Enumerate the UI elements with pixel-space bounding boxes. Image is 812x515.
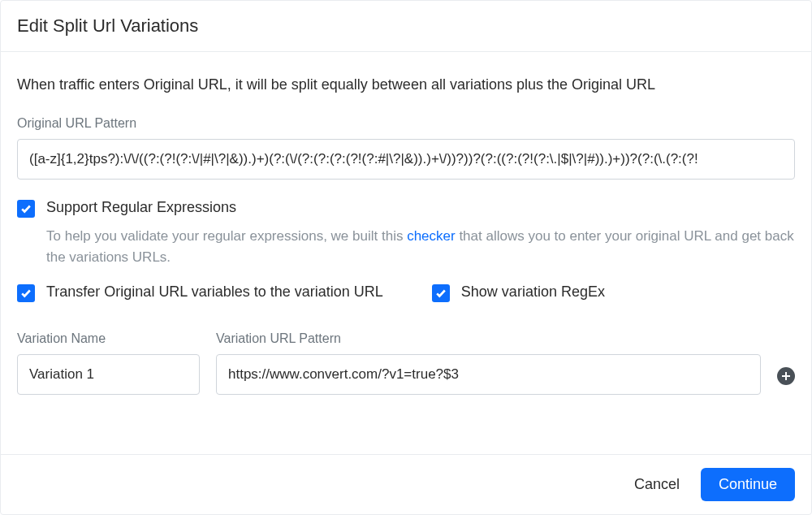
modal-body: When traffic enters Original URL, it wil… xyxy=(1,52,811,454)
transfer-checkbox[interactable] xyxy=(17,284,35,302)
regex-help-text: To help you validate your regular expres… xyxy=(46,226,795,267)
modal-footer: Cancel Continue xyxy=(1,454,811,514)
original-url-group: Original URL Pattern xyxy=(17,116,795,180)
regex-checker-link[interactable]: checker xyxy=(407,228,456,244)
check-icon xyxy=(435,288,447,299)
svg-rect-1 xyxy=(782,375,790,377)
edit-split-url-modal: Edit Split Url Variations When traffic e… xyxy=(0,0,812,515)
plus-icon xyxy=(781,371,791,381)
modal-header: Edit Split Url Variations xyxy=(1,1,811,52)
add-variation-button[interactable] xyxy=(777,367,795,385)
variation-url-col: Variation URL Pattern xyxy=(216,331,761,395)
variation-url-label: Variation URL Pattern xyxy=(216,331,761,346)
continue-button[interactable]: Continue xyxy=(701,468,795,501)
add-variation-col xyxy=(777,367,795,395)
regex-checkbox-content: Support Regular Expressions To help you … xyxy=(46,199,795,267)
regex-checkbox-label: Support Regular Expressions xyxy=(46,199,795,216)
transfer-checkbox-row: Transfer Original URL variables to the v… xyxy=(17,283,383,302)
variation-name-input[interactable] xyxy=(17,354,200,395)
check-icon xyxy=(20,288,32,299)
variation-url-input[interactable] xyxy=(216,354,761,395)
variation-row: Variation Name Variation URL Pattern xyxy=(17,331,795,395)
transfer-checkbox-label: Transfer Original URL variables to the v… xyxy=(46,283,383,301)
original-url-label: Original URL Pattern xyxy=(17,116,795,131)
cancel-button[interactable]: Cancel xyxy=(631,470,683,500)
regex-help-pre: To help you validate your regular expres… xyxy=(46,228,407,244)
original-url-input[interactable] xyxy=(17,139,795,180)
variation-name-col: Variation Name xyxy=(17,331,200,395)
modal-title: Edit Split Url Variations xyxy=(17,15,795,37)
regex-checkbox[interactable] xyxy=(17,200,35,218)
secondary-checkbox-row: Transfer Original URL variables to the v… xyxy=(17,283,795,302)
show-regex-checkbox[interactable] xyxy=(432,284,450,302)
show-regex-checkbox-label: Show variation RegEx xyxy=(461,283,605,301)
intro-text: When traffic enters Original URL, it wil… xyxy=(17,76,795,93)
variation-name-label: Variation Name xyxy=(17,331,200,346)
regex-checkbox-row: Support Regular Expressions To help you … xyxy=(17,199,795,267)
check-icon xyxy=(20,203,32,214)
show-regex-checkbox-row: Show variation RegEx xyxy=(432,283,605,302)
